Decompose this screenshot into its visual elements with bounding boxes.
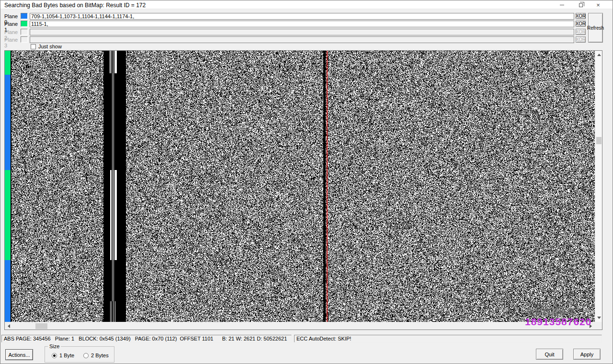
close-icon: × [596, 1, 600, 9]
size-groupbox-title: Size [48, 343, 61, 349]
plane-1-xor-button[interactable]: XOR [576, 21, 586, 27]
arrow-down-icon [597, 317, 601, 319]
scroll-left-button[interactable] [5, 322, 13, 330]
plane-3-input [30, 36, 574, 43]
bitmap-viewer [4, 50, 602, 330]
plane-2-xor-button: XOR [576, 29, 586, 35]
vertical-scrollbar[interactable] [595, 51, 602, 322]
just-show-label: Just show [38, 44, 62, 49]
vertical-scroll-thumb[interactable] [596, 137, 602, 144]
status-ecc-panel: ECC AutoDetect: SKIP! [294, 335, 602, 342]
radio-1-byte[interactable]: 1 Byte [52, 353, 74, 358]
status-position-panel: ABS PAGE: 345456 Plane: 1 BLOCK: 0x545 (… [1, 335, 292, 342]
just-show-checkbox[interactable]: Just show [31, 44, 62, 49]
scroll-up-button[interactable] [595, 51, 602, 59]
checkbox-box-icon[interactable] [31, 44, 36, 49]
horizontal-scrollbar[interactable] [5, 322, 595, 330]
plane-3-xor-button: XOR [576, 36, 586, 43]
arrow-left-icon [8, 324, 10, 328]
restore-button[interactable] [574, 0, 588, 9]
plane-1-input[interactable] [30, 21, 574, 27]
plane-1-color-swatch[interactable] [21, 21, 28, 27]
plane-2-color-swatch [21, 29, 28, 35]
plane-3-color-swatch [21, 36, 28, 43]
scrollbar-corner [595, 322, 602, 330]
radio-1-byte-icon[interactable] [52, 353, 57, 358]
plane-2-input [30, 29, 574, 35]
plane-0-xor-button[interactable]: XOR [576, 13, 586, 19]
plane-0-input[interactable] [30, 13, 574, 20]
apply-button[interactable]: Apply [573, 349, 601, 360]
quit-button[interactable]: Quit [536, 349, 563, 360]
window-title: Searching Bad Bytes based on BitMap: Res… [4, 2, 146, 9]
plane-3-label: Plane 3 [4, 37, 21, 48]
radio-1-byte-label: 1 Byte [59, 353, 74, 358]
bitmap-canvas[interactable] [5, 51, 595, 322]
close-button[interactable]: × [591, 0, 605, 9]
restore-icon [579, 3, 583, 7]
refresh-button[interactable]: Refresh [588, 13, 603, 43]
arrow-up-icon [597, 54, 601, 56]
radio-2-bytes-icon[interactable] [83, 353, 89, 358]
horizontal-scroll-thumb[interactable] [35, 323, 47, 329]
plane-0-color-swatch[interactable] [21, 13, 28, 19]
scroll-down-button[interactable] [595, 314, 602, 322]
app-window: Searching Bad Bytes based on BitMap: Res… [0, 0, 613, 364]
minimize-icon [560, 5, 564, 5]
actions-button[interactable]: Actions... [5, 349, 33, 360]
size-groupbox: Size 1 Byte 2 Bytes [45, 346, 114, 363]
title-bar: Searching Bad Bytes based on BitMap: Res… [0, 0, 613, 9]
watermark-phone: 18913587620 [525, 316, 591, 328]
radio-2-bytes[interactable]: 2 Bytes [83, 353, 109, 358]
radio-2-bytes-label: 2 Bytes [91, 353, 109, 358]
minimize-button[interactable] [555, 0, 568, 9]
